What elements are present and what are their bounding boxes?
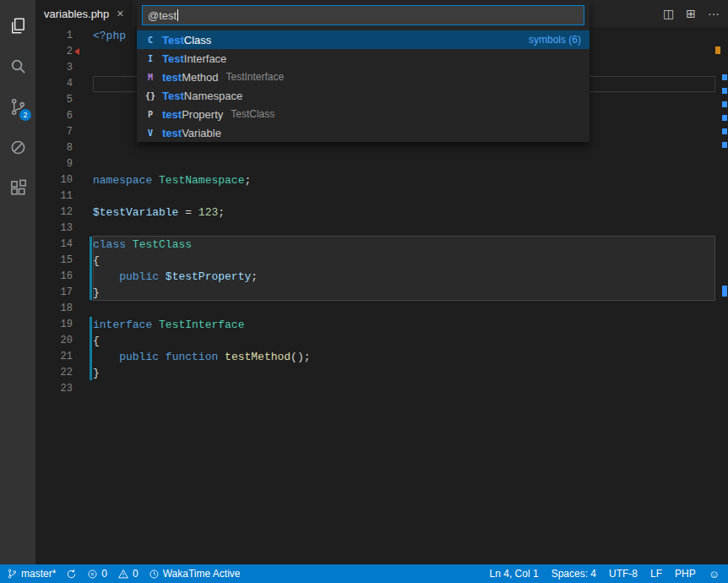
text-cursor [177, 9, 178, 21]
search-icon [8, 57, 28, 76]
code-line[interactable]: 9 [35, 156, 728, 172]
indentation-item[interactable]: Spaces: 4 [551, 568, 596, 580]
language-mode-label: PHP [675, 568, 696, 580]
symbol-method-icon: M [144, 73, 157, 82]
errors-item[interactable]: 0 [87, 568, 107, 580]
status-bar: master* 0 0 WakaTime Active [0, 564, 728, 583]
git-branch-item[interactable]: master* [7, 568, 56, 580]
code-text: class TestClass [93, 237, 192, 253]
line-number: 7 [35, 124, 93, 140]
wakatime-label: WakaTime Active [163, 568, 241, 580]
quick-open-item[interactable]: ITestInterface [137, 49, 589, 68]
ruler-match-mark [722, 115, 727, 121]
line-number: 14 [35, 237, 93, 253]
indentation-label: Spaces: 4 [551, 568, 596, 580]
code-text: interface TestInterface [93, 317, 244, 333]
more-actions-icon[interactable]: ··· [708, 7, 720, 20]
ruler-match-mark [722, 88, 727, 94]
code-line[interactable]: 11 [35, 188, 728, 204]
sync-icon [66, 569, 77, 580]
line-number: 8 [35, 140, 93, 156]
code-line[interactable]: 15{ [35, 253, 728, 269]
feedback-smiley-icon: ☺ [709, 569, 720, 580]
line-number: 21 [35, 349, 93, 365]
activity-debug[interactable] [0, 127, 35, 167]
activity-bar: 2 [0, 0, 35, 564]
line-number: 12 [35, 204, 93, 221]
wakatime-item[interactable]: WakaTime Active [149, 568, 241, 580]
activity-source-control[interactable]: 2 [0, 86, 35, 127]
code-line[interactable]: 14class TestClass [35, 237, 728, 253]
code-line[interactable]: 8 [35, 140, 728, 156]
code-text: public function testMethod(); [93, 349, 311, 365]
code-text: { [93, 333, 100, 349]
language-mode-item[interactable]: PHP [675, 568, 696, 580]
code-line[interactable]: 13 [35, 221, 728, 237]
code-line[interactable]: 12$testVariable = 123; [35, 204, 728, 221]
line-number: 11 [35, 188, 93, 204]
tab-variables-php[interactable]: variables.php × [35, 0, 133, 27]
vscode-window: 2 variables.php × ◫ ⊞ ··· [0, 0, 728, 583]
code-text: { [93, 253, 100, 269]
symbol-description: TestInterface [226, 71, 285, 83]
code-line[interactable]: 21 public function testMethod(); [35, 349, 728, 365]
line-number: 23 [35, 381, 93, 397]
code-line[interactable]: 10namespace TestNamespace; [35, 172, 728, 188]
eol-item[interactable]: LF [650, 568, 662, 580]
symbol-name: testMethod [162, 71, 219, 84]
line-number: 22 [35, 365, 93, 381]
code-line[interactable]: 16 public $testProperty; [35, 269, 728, 285]
errors-count: 0 [101, 568, 107, 580]
quick-open-item[interactable]: PtestPropertyTestClass [137, 105, 589, 123]
code-text: } [93, 285, 100, 301]
line-number: 2 [35, 44, 93, 60]
activity-explorer[interactable] [0, 5, 35, 46]
quick-open-input[interactable]: @test [142, 5, 584, 25]
activity-search[interactable] [0, 46, 35, 86]
line-number: 6 [35, 108, 93, 124]
line-number: 9 [35, 156, 93, 172]
activity-extensions[interactable] [0, 167, 35, 208]
quick-open-item[interactable]: {}TestNamespace [137, 86, 589, 105]
symbol-class-icon: C [144, 35, 157, 45]
code-text: } [93, 365, 100, 381]
ruler-range-mark [722, 286, 727, 297]
code-line[interactable]: 18 [35, 301, 728, 317]
ruler-match-mark [722, 128, 727, 134]
line-number: 19 [35, 317, 93, 333]
symbol-variable-icon: V [144, 128, 157, 138]
encoding-item[interactable]: UTF-8 [609, 568, 638, 580]
code-line[interactable]: 22} [35, 365, 728, 381]
warnings-item[interactable]: 0 [117, 568, 139, 580]
toggle-layout-icon[interactable]: ⊞ [686, 7, 696, 20]
cursor-position-label: Ln 4, Col 1 [490, 568, 539, 580]
code-line[interactable]: 17} [35, 285, 728, 301]
quick-open-query: @test [148, 9, 177, 22]
code-line[interactable]: 23 [35, 381, 728, 397]
tab-title: variables.php [44, 8, 109, 20]
symbol-name: TestInterface [162, 52, 226, 65]
line-number: 1 [35, 28, 93, 44]
code-text: <?php [93, 28, 126, 44]
code-line[interactable]: 20{ [35, 333, 728, 349]
code-line[interactable]: 19interface TestInterface [35, 317, 728, 333]
cursor-position-item[interactable]: Ln 4, Col 1 [490, 568, 539, 580]
symbol-interface-icon: I [144, 54, 157, 63]
warnings-count: 0 [133, 568, 139, 580]
feedback-item[interactable]: ☺ [709, 569, 720, 580]
code-text: $testVariable = 123; [93, 204, 225, 221]
error-icon [87, 569, 98, 580]
quick-open-item[interactable]: VtestVariable [137, 123, 589, 142]
ruler-modified-mark [715, 46, 720, 54]
close-icon[interactable]: × [117, 8, 123, 19]
code-text: namespace TestNamespace; [93, 172, 251, 188]
symbol-property-icon: P [144, 110, 157, 119]
split-editor-icon[interactable]: ◫ [663, 7, 674, 20]
files-icon [8, 16, 28, 35]
warning-icon [117, 569, 129, 580]
quick-open-item[interactable]: CTestClasssymbols (6) [137, 30, 589, 49]
status-bar-right: Ln 4, Col 1 Spaces: 4 UTF-8 LF PHP ☺ [477, 568, 720, 580]
sync-item[interactable] [66, 569, 77, 580]
scm-badge: 2 [19, 109, 31, 121]
quick-open-item[interactable]: MtestMethodTestInterface [137, 68, 589, 86]
